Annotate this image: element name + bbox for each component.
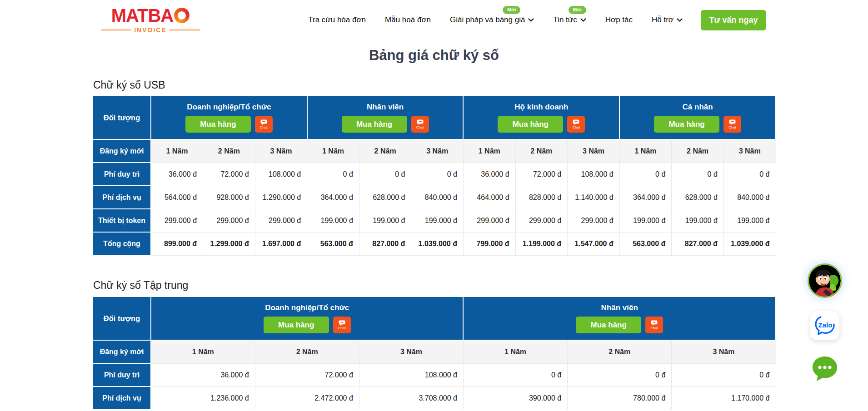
price-cell: 1.140.000 đ	[568, 186, 620, 209]
register-period-row: Đăng ký mới1 Năm2 Năm3 Năm1 Năm2 Năm3 Nă…	[93, 139, 776, 163]
price-cell: 628.000 đ	[359, 186, 411, 209]
price-row: Phí dịch vụ1.236.000 đ2.472.000 đ3.708.0…	[93, 386, 776, 410]
top-header: MATBA INVOICE Tra cứu hóa đơnMẫu hoá đơn…	[0, 0, 868, 40]
row-label-cell: Đăng ký mới	[93, 340, 151, 363]
period-cell: 2 Năm	[203, 139, 255, 163]
chat-bubble-icon	[810, 353, 840, 383]
price-cell: 199.000 đ	[619, 209, 672, 232]
buy-button[interactable]: Mua hàng	[576, 317, 641, 333]
buy-button[interactable]: Mua hàng	[654, 116, 719, 133]
price-cell: 799.000 đ	[463, 232, 515, 255]
group-name: Doanh nghiệp/Tổ chức	[151, 303, 463, 312]
row-label-cell: Phí dịch vụ	[93, 386, 151, 410]
nav-item-3[interactable]: MớiTin tức	[553, 15, 586, 25]
price-cell: 840.000 đ	[411, 186, 464, 209]
group-name: Nhân viên	[308, 103, 463, 112]
price-cell: 828.000 đ	[515, 186, 568, 209]
group-buttons: Mua hàngChat	[308, 116, 463, 133]
main-navigation: Tra cứu hóa đơnMẫu hoá đơnMớiGiải pháp v…	[308, 15, 683, 25]
group-header-cell: Doanh nghiệp/Tổ chứcMua hàngChat	[151, 297, 463, 340]
nav-item-label: Hợp tác	[605, 15, 633, 25]
nav-item-label: Tra cứu hóa đơn	[308, 15, 366, 25]
group-name: Hộ kinh doanh	[464, 103, 619, 112]
consult-now-button[interactable]: Tư vấn ngay	[701, 10, 766, 30]
chat-button[interactable]: Chat	[645, 317, 663, 333]
row-label-cell: Tổng cộng	[93, 232, 151, 255]
chat-icon	[729, 119, 736, 125]
floating-contact-widgets: Zalo	[808, 263, 842, 383]
nav-item-label: Tin tức	[553, 15, 577, 25]
period-cell: 2 Năm	[515, 139, 568, 163]
nav-item-1[interactable]: Mẫu hoá đơn	[385, 15, 431, 25]
price-cell: 563.000 đ	[307, 232, 359, 255]
period-cell: 1 Năm	[151, 139, 203, 163]
nav-item-label: Mẫu hoá đơn	[385, 15, 431, 25]
usb-price-table: Đối tượngDoanh nghiệp/Tổ chứcMua hàngCha…	[93, 96, 776, 256]
section-title: Chữ ký số USB	[93, 79, 776, 91]
new-badge: Mới	[569, 6, 586, 14]
row-label-cell: Phí duy trì	[93, 363, 151, 386]
period-cell: 3 Năm	[411, 139, 464, 163]
nav-item-0[interactable]: Tra cứu hóa đơn	[308, 15, 366, 25]
central-price-table: Đối tượngDoanh nghiệp/Tổ chứcMua hàngCha…	[93, 297, 776, 410]
chat-button[interactable]: Chat	[567, 116, 585, 133]
period-cell: 1 Năm	[463, 340, 567, 363]
logo-swirl-o-icon	[174, 8, 190, 23]
chat-button-label: Chat	[260, 126, 268, 129]
chat-bubble-button[interactable]	[810, 353, 840, 383]
period-cell: 3 Năm	[359, 340, 463, 363]
object-label-cell: Đối tượng	[93, 96, 151, 139]
price-cell: 899.000 đ	[151, 232, 203, 255]
price-cell: 199.000 đ	[359, 209, 411, 232]
object-label-cell: Đối tượng	[93, 297, 151, 340]
group-header-cell: Hộ kinh doanhMua hàngChat	[463, 96, 619, 139]
buy-button[interactable]: Mua hàng	[264, 317, 329, 333]
group-header-row: Đối tượngDoanh nghiệp/Tổ chứcMua hàngCha…	[93, 297, 776, 340]
zalo-icon: Zalo	[813, 314, 837, 337]
nav-item-5[interactable]: Hỗ trợ	[652, 15, 683, 25]
price-cell: 827.000 đ	[672, 232, 724, 255]
chat-button-label: Chat	[338, 327, 346, 330]
price-cell: 564.000 đ	[151, 186, 203, 209]
matbao-logo[interactable]: MATBA INVOICE	[101, 6, 200, 34]
period-cell: 2 Năm	[359, 139, 411, 163]
chat-button[interactable]: Chat	[255, 116, 273, 133]
price-cell: 299.000 đ	[515, 209, 568, 232]
price-cell: 108.000 đ	[359, 363, 463, 386]
price-cell: 928.000 đ	[203, 186, 255, 209]
group-header-cell: Nhân viênMua hàngChat	[307, 96, 464, 139]
price-cell: 827.000 đ	[359, 232, 411, 255]
group-header-cell: Cá nhânMua hàngChat	[619, 96, 776, 139]
buy-button[interactable]: Mua hàng	[498, 116, 563, 133]
nav-item-2[interactable]: MớiGiải pháp và bảng giá	[450, 15, 534, 25]
chat-icon	[417, 119, 424, 125]
mascot-avatar[interactable]	[808, 263, 842, 298]
central-signature-section: Chữ ký số Tập trung Đối tượngDoanh nghiệ…	[93, 279, 776, 410]
chat-button-label: Chat	[728, 126, 736, 129]
group-header-cell: Doanh nghiệp/Tổ chứcMua hàngChat	[151, 96, 307, 139]
price-cell: 36.000 đ	[151, 363, 255, 386]
zalo-contact-button[interactable]: Zalo	[810, 311, 839, 340]
chat-icon	[651, 320, 658, 326]
period-cell: 2 Năm	[568, 340, 672, 363]
buy-button[interactable]: Mua hàng	[185, 116, 251, 133]
chat-button[interactable]: Chat	[411, 116, 429, 133]
price-cell: 1.170.000 đ	[672, 386, 776, 410]
chat-button[interactable]: Chat	[333, 317, 351, 333]
group-buttons: Mua hàngChat	[151, 317, 463, 333]
price-cell: 0 đ	[619, 163, 672, 186]
chat-button[interactable]: Chat	[723, 116, 741, 133]
price-cell: 1.199.000 đ	[515, 232, 568, 255]
price-cell: 1.039.000 đ	[411, 232, 464, 255]
price-cell: 2.472.000 đ	[255, 386, 359, 410]
price-row: Thiết bị token299.000 đ299.000 đ299.000 …	[93, 209, 776, 232]
period-cell: 3 Năm	[568, 139, 620, 163]
chat-icon	[260, 119, 267, 125]
nav-item-4[interactable]: Hợp tác	[605, 15, 633, 25]
price-cell: 199.000 đ	[723, 209, 776, 232]
price-cell: 299.000 đ	[151, 209, 203, 232]
group-buttons: Mua hàngChat	[464, 116, 619, 133]
period-cell: 3 Năm	[672, 340, 776, 363]
price-cell: 0 đ	[463, 363, 567, 386]
buy-button[interactable]: Mua hàng	[342, 116, 407, 133]
